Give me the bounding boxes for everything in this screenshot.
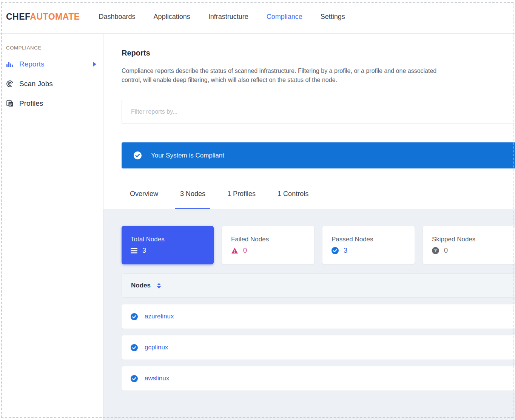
node-row-azurelinux: azurelinux — [122, 304, 515, 329]
nav-settings[interactable]: Settings — [321, 13, 345, 21]
banner-text: Your System is Compliant — [151, 152, 224, 159]
sort-arrows-icon[interactable] — [157, 283, 161, 289]
check-circle-icon — [131, 375, 138, 382]
nav-dashboards[interactable]: Dashboards — [99, 13, 136, 21]
page-description: Compliance reports describe the status o… — [122, 66, 454, 85]
stat-card-skipped-nodes[interactable]: Skipped Nodes ? 0 — [423, 226, 515, 264]
nav-compliance[interactable]: Compliance — [267, 13, 302, 21]
check-circle-icon — [131, 344, 138, 351]
node-row-awslinux: awslinux — [122, 366, 515, 391]
question-circle-icon: ? — [432, 247, 439, 254]
compliance-status-banner: Your System is Compliant — [122, 142, 515, 168]
stat-value: 3 — [142, 247, 146, 255]
nodes-column-label: Nodes — [131, 282, 151, 289]
compliance-sidebar: COMPLIANCE Reports Scan — [0, 34, 103, 420]
svg-text:?: ? — [434, 248, 437, 253]
chef-automate-logo[interactable]: CHEFAUTOMATE — [6, 12, 80, 22]
node-link[interactable]: awslinux — [145, 375, 169, 382]
node-link[interactable]: gcplinux — [145, 344, 168, 351]
tab-controls[interactable]: 1 Controls — [278, 190, 308, 209]
stat-label: Failed Nodes — [231, 236, 305, 243]
stat-label: Skipped Nodes — [432, 236, 506, 243]
nodes-panel: Total Nodes 3 Failed Nodes — [103, 209, 515, 420]
nodes-table-header: Nodes — [122, 273, 515, 298]
sidebar-item-profiles[interactable]: Profiles — [0, 94, 103, 113]
sidebar-item-label: Scan Jobs — [19, 80, 53, 88]
tab-profiles[interactable]: 1 Profiles — [227, 190, 256, 209]
top-navbar: CHEFAUTOMATE Dashboards Applications Inf… — [0, 0, 515, 34]
logo-automate: AUTOMATE — [30, 12, 80, 22]
warning-triangle-icon — [231, 247, 238, 254]
submenu-arrow-icon[interactable] — [93, 62, 96, 66]
sidebar-item-scan-jobs[interactable]: Scan Jobs — [0, 74, 103, 94]
main-content: Reports Compliance reports describe the … — [103, 34, 515, 420]
stat-cards: Total Nodes 3 Failed Nodes — [122, 226, 515, 264]
node-link[interactable]: azurelinux — [145, 313, 174, 320]
tab-nodes[interactable]: 3 Nodes — [175, 190, 210, 209]
stat-label: Total Nodes — [131, 236, 205, 243]
sidebar-item-reports[interactable]: Reports — [0, 54, 103, 74]
page-title: Reports — [122, 49, 515, 57]
profiles-icon — [6, 100, 14, 107]
bar-chart-icon — [6, 60, 14, 68]
primary-nav: Dashboards Applications Infrastructure C… — [99, 13, 345, 21]
sidebar-item-label: Reports — [19, 60, 45, 68]
stat-value: 0 — [243, 247, 247, 255]
stat-card-total-nodes[interactable]: Total Nodes 3 — [122, 226, 214, 264]
stat-value: 0 — [444, 247, 448, 255]
scan-icon — [6, 80, 14, 88]
node-row-gcplinux: gcplinux — [122, 335, 515, 360]
sidebar-section-label: COMPLIANCE — [6, 45, 103, 51]
stat-value: 3 — [344, 247, 347, 255]
logo-chef: CHEF — [6, 12, 30, 22]
sidebar-item-label: Profiles — [19, 99, 43, 108]
check-circle-icon — [134, 151, 142, 159]
list-icon — [131, 248, 137, 253]
stat-card-passed-nodes[interactable]: Passed Nodes 3 — [322, 226, 415, 264]
report-tabs: Overview 3 Nodes 1 Profiles 1 Controls — [122, 190, 515, 209]
filter-reports-input[interactable] — [122, 100, 515, 124]
check-circle-icon — [332, 247, 339, 254]
check-circle-icon — [131, 313, 138, 320]
stat-card-failed-nodes[interactable]: Failed Nodes 0 — [222, 226, 314, 264]
nav-applications[interactable]: Applications — [154, 13, 190, 21]
tab-overview[interactable]: Overview — [130, 190, 158, 209]
nav-infrastructure[interactable]: Infrastructure — [208, 13, 248, 21]
stat-label: Passed Nodes — [332, 236, 406, 243]
